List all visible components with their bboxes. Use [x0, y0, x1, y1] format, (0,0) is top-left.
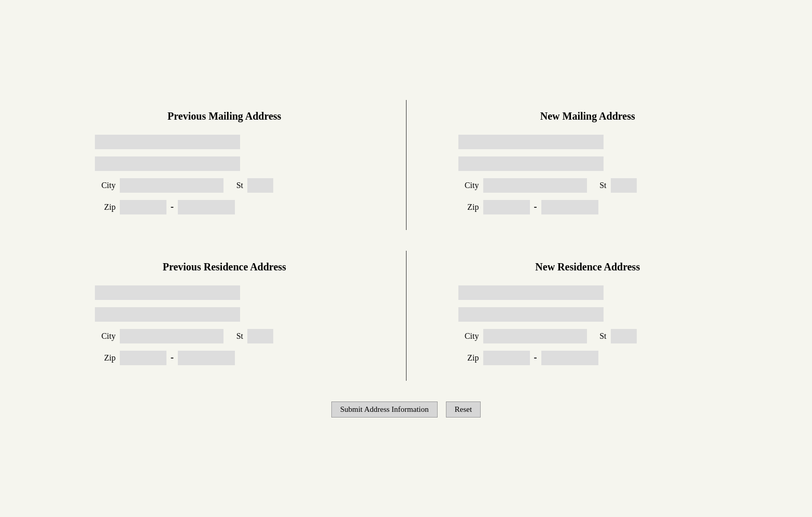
new-residence-fields: City St Zip -	[427, 285, 749, 365]
new-residence-state-input[interactable]	[611, 329, 637, 343]
new-residence-section: New Residence Address City St Zip -	[407, 251, 769, 381]
prev-residence-state-label: St	[228, 332, 243, 341]
new-mailing-city-input[interactable]	[483, 178, 587, 193]
new-residence-address1-row	[458, 285, 749, 300]
new-mailing-address2-input[interactable]	[458, 156, 604, 171]
prev-mailing-city-input[interactable]	[120, 178, 223, 193]
prev-mailing-city-label: City	[95, 181, 116, 190]
new-residence-zip-label: Zip	[458, 353, 479, 363]
new-mailing-city-label: City	[458, 181, 479, 190]
new-residence-city-row: City St	[458, 329, 749, 343]
new-residence-address2-row	[458, 307, 749, 322]
new-mailing-fields: City St Zip -	[427, 135, 749, 214]
new-mailing-section: New Mailing Address City St Zip -	[407, 100, 769, 230]
prev-mailing-address2-input[interactable]	[95, 156, 240, 171]
top-sections-row: Previous Mailing Address City St Zip	[43, 100, 769, 230]
prev-residence-title: Previous Residence Address	[64, 261, 385, 273]
new-mailing-zip-label: Zip	[458, 203, 479, 212]
new-mailing-city-row: City St	[458, 178, 749, 193]
prev-residence-address1-row	[95, 285, 385, 300]
new-residence-zip1-input[interactable]	[483, 351, 530, 365]
new-residence-title: New Residence Address	[427, 261, 749, 273]
new-mailing-zip2-input[interactable]	[541, 200, 598, 214]
new-residence-address2-input[interactable]	[458, 307, 604, 322]
prev-residence-zip2-input[interactable]	[178, 351, 235, 365]
page-wrapper: Previous Mailing Address City St Zip	[43, 100, 769, 418]
prev-mailing-zip1-input[interactable]	[120, 200, 166, 214]
prev-mailing-address1-row	[95, 135, 385, 149]
prev-mailing-city-row: City St	[95, 178, 385, 193]
prev-residence-address1-input[interactable]	[95, 285, 240, 300]
prev-residence-address2-row	[95, 307, 385, 322]
prev-residence-zip1-input[interactable]	[120, 351, 166, 365]
prev-mailing-zip-row: Zip -	[95, 200, 385, 214]
new-mailing-state-label: St	[591, 181, 607, 190]
prev-residence-zip-label: Zip	[95, 353, 116, 363]
prev-mailing-fields: City St Zip -	[64, 135, 385, 214]
prev-mailing-zip-label: Zip	[95, 203, 116, 212]
new-mailing-state-input[interactable]	[611, 178, 637, 193]
new-mailing-zip-row: Zip -	[458, 200, 749, 214]
bottom-sections-row: Previous Residence Address City St Zip	[43, 251, 769, 381]
new-residence-address1-input[interactable]	[458, 285, 604, 300]
prev-residence-zip-row: Zip -	[95, 351, 385, 365]
prev-mailing-zip2-input[interactable]	[178, 200, 235, 214]
prev-residence-city-label: City	[95, 332, 116, 341]
prev-residence-city-row: City St	[95, 329, 385, 343]
reset-button[interactable]: Reset	[446, 401, 481, 418]
new-residence-zip-dash: -	[534, 352, 537, 363]
new-mailing-title: New Mailing Address	[427, 110, 749, 122]
new-mailing-address2-row	[458, 156, 749, 171]
new-residence-city-input[interactable]	[483, 329, 587, 343]
prev-mailing-zip-dash: -	[171, 202, 174, 212]
prev-residence-section: Previous Residence Address City St Zip	[43, 251, 407, 381]
prev-mailing-address2-row	[95, 156, 385, 171]
prev-mailing-title: Previous Mailing Address	[64, 110, 385, 122]
new-mailing-address1-input[interactable]	[458, 135, 604, 149]
prev-residence-city-input[interactable]	[120, 329, 223, 343]
button-row: Submit Address Information Reset	[43, 401, 769, 418]
new-mailing-zip-dash: -	[534, 202, 537, 212]
new-mailing-address1-row	[458, 135, 749, 149]
new-residence-zip-row: Zip -	[458, 351, 749, 365]
prev-residence-fields: City St Zip -	[64, 285, 385, 365]
prev-residence-address2-input[interactable]	[95, 307, 240, 322]
prev-residence-zip-dash: -	[171, 352, 174, 363]
new-mailing-zip1-input[interactable]	[483, 200, 530, 214]
prev-mailing-section: Previous Mailing Address City St Zip	[43, 100, 407, 230]
prev-mailing-state-input[interactable]	[247, 178, 273, 193]
prev-residence-state-input[interactable]	[247, 329, 273, 343]
new-residence-zip2-input[interactable]	[541, 351, 598, 365]
submit-button[interactable]: Submit Address Information	[331, 401, 438, 418]
new-residence-city-label: City	[458, 332, 479, 341]
new-residence-state-label: St	[591, 332, 607, 341]
prev-mailing-state-label: St	[228, 181, 243, 190]
prev-mailing-address1-input[interactable]	[95, 135, 240, 149]
